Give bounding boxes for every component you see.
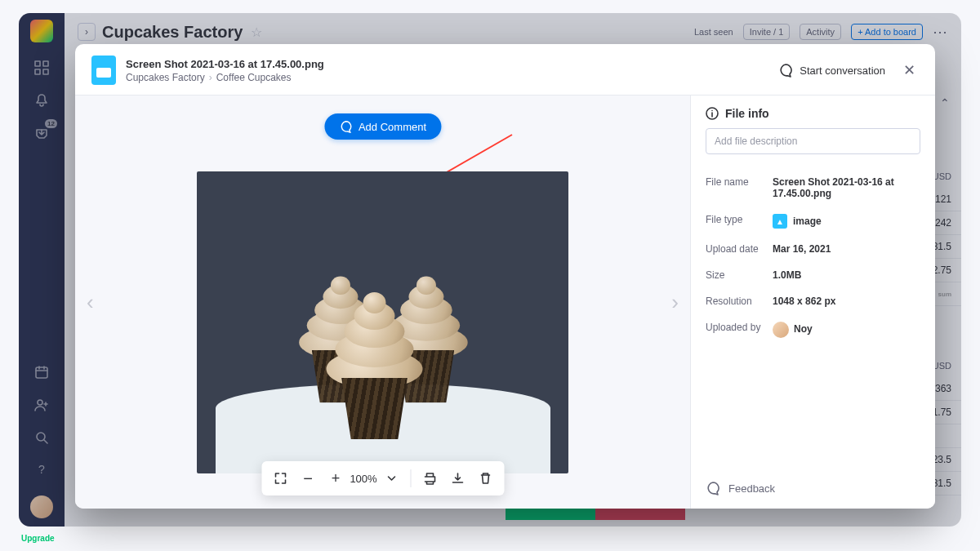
meta-key: Size xyxy=(706,269,773,281)
meta-value: 1.0MB xyxy=(773,269,920,281)
prev-button[interactable]: ‹ xyxy=(80,283,100,322)
chevron-down-icon xyxy=(386,473,396,483)
breadcrumb[interactable]: Cupcakes Factory›Coffee Cupcakes xyxy=(126,72,324,83)
next-button[interactable]: › xyxy=(665,283,685,322)
image-preview[interactable] xyxy=(197,171,568,473)
meta-value: 1048 x 862 px xyxy=(773,295,920,307)
invite-button[interactable]: Invite / 1 xyxy=(743,24,791,40)
meta-key: Uploaded by xyxy=(706,322,773,338)
calendar-icon[interactable] xyxy=(34,365,49,380)
inbox-icon[interactable]: 12 xyxy=(34,126,49,140)
svg-rect-4 xyxy=(36,367,47,378)
chat-icon xyxy=(706,481,720,495)
comment-icon xyxy=(339,120,352,133)
delete-button[interactable] xyxy=(473,466,497,491)
meta-value: Screen Shot 2021-03-16 at 17.45.00.png xyxy=(773,176,920,199)
meta-value: ▲image xyxy=(773,214,920,229)
activity-button[interactable]: Activity xyxy=(800,24,841,40)
zoom-level[interactable]: 100% xyxy=(351,466,376,491)
fullscreen-icon[interactable] xyxy=(268,466,292,491)
viewer-toolbar: − + 100% xyxy=(261,461,504,495)
meta-value: Noy xyxy=(773,322,920,338)
more-icon[interactable]: ⋯ xyxy=(933,23,948,41)
image-type-icon: ▲ xyxy=(773,214,787,229)
file-description-input[interactable]: Add file description xyxy=(706,128,920,154)
zoom-out-button[interactable]: − xyxy=(296,466,320,491)
feedback-button[interactable]: Feedback xyxy=(691,468,935,509)
info-icon xyxy=(706,107,719,120)
download-button[interactable] xyxy=(445,466,470,491)
grid-icon[interactable] xyxy=(34,60,49,75)
svg-point-5 xyxy=(38,400,42,405)
collapse-icon[interactable]: ⌃ xyxy=(940,96,950,109)
close-button[interactable]: ✕ xyxy=(900,58,919,82)
meta-key: Upload date xyxy=(706,243,773,255)
person-add-icon[interactable] xyxy=(34,398,49,412)
app-logo xyxy=(30,20,53,42)
upgrade-link[interactable]: Upgrade xyxy=(21,534,55,543)
left-nav: 12 ? xyxy=(19,13,65,527)
image-viewer: Add Comment ‹ › − + 100% xyxy=(75,96,690,509)
print-button[interactable] xyxy=(417,466,442,491)
collapse-panel-button[interactable]: › xyxy=(78,23,96,41)
last-seen-label: Last seen xyxy=(694,27,733,37)
chat-icon xyxy=(778,63,793,78)
file-info-panel: File info Add file description File name… xyxy=(690,96,935,509)
meta-key: File type xyxy=(706,214,773,229)
file-name: Screen Shot 2021-03-16 at 17.45.00.png xyxy=(126,58,324,70)
zoom-dropdown[interactable] xyxy=(379,466,403,491)
modal-header: ▲ Screen Shot 2021-03-16 at 17.45.00.png… xyxy=(75,44,935,95)
start-conversation-button[interactable]: Start conversation xyxy=(778,63,885,78)
svg-rect-0 xyxy=(35,61,40,66)
file-info-title: File info xyxy=(725,107,769,120)
zoom-in-button[interactable]: + xyxy=(323,466,348,491)
add-comment-button[interactable]: Add Comment xyxy=(324,113,441,140)
svg-rect-1 xyxy=(43,61,48,66)
svg-rect-3 xyxy=(43,69,48,74)
file-viewer-modal: ▲ Screen Shot 2021-03-16 at 17.45.00.png… xyxy=(75,44,935,509)
profile-avatar[interactable] xyxy=(30,495,53,518)
file-type-icon: ▲ xyxy=(91,56,116,85)
help-icon[interactable]: ? xyxy=(34,463,49,478)
meta-key: File name xyxy=(706,176,773,199)
uploader-avatar xyxy=(773,322,789,338)
star-icon[interactable]: ☆ xyxy=(251,24,262,40)
search-icon[interactable] xyxy=(34,430,49,445)
svg-rect-2 xyxy=(35,69,40,74)
meta-value: Mar 16, 2021 xyxy=(773,243,920,255)
meta-key: Resolution xyxy=(706,295,773,307)
add-to-board-button[interactable]: + Add to board xyxy=(851,24,923,40)
board-title: Cupcakes Factory xyxy=(102,23,243,42)
bell-icon[interactable] xyxy=(34,93,49,108)
